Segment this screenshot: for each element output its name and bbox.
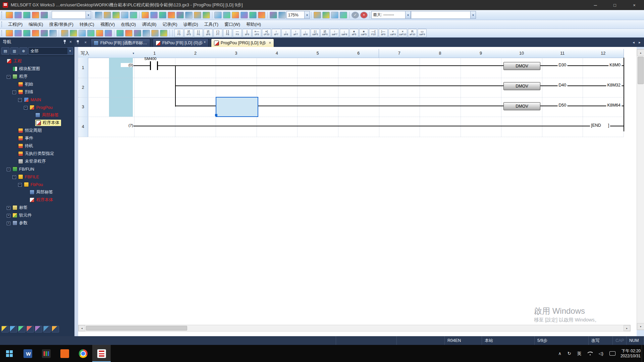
vertical-line-draw-icon[interactable]: |—aF9	[379, 29, 388, 37]
open-project-icon[interactable]	[14, 12, 22, 18]
instruction-box[interactable]: DMOV	[503, 102, 540, 110]
tree-item[interactable]: FB/FUN	[12, 165, 34, 173]
option-icon[interactable]	[160, 30, 167, 37]
tree-item[interactable]: 参数	[12, 219, 28, 227]
menu-item[interactable]: 调试(B)	[139, 20, 159, 28]
build-icon[interactable]	[322, 12, 330, 18]
monitor-mode-icon[interactable]	[23, 30, 31, 37]
tab-close-icon[interactable]: ×	[269, 41, 271, 45]
tree-item[interactable]: MAIN	[24, 96, 41, 104]
tab-scroll-right-icon[interactable]: ▸	[637, 39, 643, 45]
tree-item[interactable]: 程序	[12, 73, 28, 80]
program-check-icon[interactable]	[314, 12, 321, 18]
tree-expander-icon[interactable]: −	[12, 90, 16, 94]
delete-vertical-line-icon[interactable]: ×|cF10	[262, 29, 271, 37]
tree-item[interactable]: 恒定周期	[18, 127, 42, 134]
tab-scroll-left-icon[interactable]: ◂	[631, 39, 637, 45]
scroll-down-icon[interactable]: ▾	[637, 323, 644, 330]
monitor-write-mode-icon[interactable]	[32, 30, 39, 37]
device-comment-display-icon[interactable]	[41, 30, 48, 37]
scroll-up-icon[interactable]: ▴	[637, 49, 644, 56]
zoom-combo-dropdown-icon[interactable]: ▾	[304, 11, 310, 18]
falling-pulse-close-branch-icon[interactable]: ↓saF8	[340, 29, 349, 37]
undo-icon[interactable]	[121, 12, 128, 18]
menu-item[interactable]: 帮助(H)	[243, 20, 264, 28]
edit-mode-icon[interactable]	[116, 30, 124, 37]
tree-item[interactable]: 未登录程序	[18, 158, 46, 165]
horizontal-line-icon[interactable]: —F9	[233, 29, 242, 37]
jump-combo-dropdown-icon[interactable]: ▾	[86, 11, 91, 18]
contact-bar[interactable]	[150, 61, 151, 70]
device-combo-dropdown-icon[interactable]: ▾	[470, 11, 476, 18]
instruction-operand-destination[interactable]: K8M0	[608, 63, 622, 67]
program-scale-icon[interactable]	[105, 30, 112, 37]
tree-view-icon[interactable]: ▥	[10, 47, 18, 55]
row-number[interactable]: 3	[78, 97, 88, 117]
note-display-icon[interactable]	[61, 30, 68, 37]
rising-pulse-icon[interactable]: ↑sF7	[272, 29, 281, 37]
max-combo[interactable]: 最大: --------▾	[371, 11, 411, 19]
row-number[interactable]: 1	[78, 58, 88, 78]
convert-operation-icon[interactable]: ∗caF5	[359, 29, 368, 37]
horizontal-line-draw-icon[interactable]: —[F10	[369, 29, 378, 37]
nav-minitab-3[interactable]	[18, 326, 25, 333]
instruction-operand-destination[interactable]: K8M32	[606, 83, 622, 87]
instruction-operand-source[interactable]: D40	[557, 83, 567, 87]
display-setting-icon[interactable]	[151, 30, 159, 37]
menu-item[interactable]: 诊断(D)	[180, 20, 201, 28]
coil-icon[interactable]: ( )F7	[213, 29, 222, 37]
tree-expander-icon[interactable]: −	[24, 106, 28, 110]
start-button[interactable]	[0, 345, 18, 362]
ladder-write-mode-icon[interactable]	[14, 30, 22, 37]
ladder-read-mode-icon[interactable]	[6, 30, 13, 37]
print-icon[interactable]	[32, 12, 39, 18]
simulation-icon[interactable]	[258, 12, 265, 18]
tree-item[interactable]: 待机	[18, 142, 33, 150]
note-icon[interactable]	[159, 12, 166, 18]
tree-item[interactable]: 无执行类型指定	[18, 150, 54, 158]
gear-icon[interactable]: ⊕	[19, 47, 28, 55]
tree-item[interactable]: 工程	[7, 57, 22, 65]
max-combo-dropdown-icon[interactable]: ▾	[405, 11, 411, 18]
pin-icon[interactable]	[76, 40, 79, 44]
instruction-operand-source[interactable]: D50	[557, 103, 567, 108]
device-comment-icon[interactable]	[142, 12, 149, 18]
falling-pulse-close-icon[interactable]: |/|saF6	[320, 29, 329, 37]
menu-item[interactable]: 工程(P)	[5, 20, 25, 28]
zoom-combo[interactable]: 175%▾	[286, 11, 310, 19]
closed-branch-icon[interactable]: |/|sF6	[204, 29, 213, 37]
tree-expander-icon[interactable]: +	[7, 222, 10, 225]
tree-expander-icon[interactable]: −	[18, 98, 22, 102]
delete-line-2-icon[interactable]: ×caF10	[398, 29, 407, 37]
cut-icon[interactable]	[95, 12, 102, 18]
remote-operation-icon[interactable]	[249, 12, 257, 18]
tray-chevron-up-icon[interactable]: ∧	[558, 351, 561, 356]
tree-item[interactable]: 程序本体	[30, 196, 53, 204]
closed-contact-icon[interactable]: |/|sF5	[184, 29, 193, 37]
jump-combo[interactable]: ▾	[52, 11, 91, 19]
menu-item[interactable]: 窗口(W)	[221, 20, 243, 28]
statement-icon[interactable]	[150, 12, 158, 18]
vertical-scrollbar[interactable]: ▴▾	[637, 49, 644, 330]
start-monitor-icon[interactable]	[214, 12, 222, 18]
rising-pulse-branch-icon[interactable]: ↑aF7	[291, 29, 300, 37]
menu-item[interactable]: 转换(C)	[76, 20, 97, 28]
nav-minitab-6[interactable]	[43, 326, 51, 333]
read-from-plc-icon[interactable]	[194, 12, 201, 18]
tree-item[interactable]: 程序本体	[35, 119, 61, 127]
tree-item[interactable]: 软元件	[12, 212, 32, 219]
pin-icon[interactable]	[63, 40, 66, 44]
falling-pulse-icon[interactable]: ↓sF8	[281, 29, 290, 37]
print-preview-icon[interactable]	[41, 12, 48, 18]
open-contact-icon[interactable]: | |F5	[174, 29, 183, 37]
volume-icon[interactable]: ◁)	[599, 351, 603, 356]
tree-collapse-icon[interactable]: ▤	[1, 47, 9, 55]
tree-expander-icon[interactable]: −	[12, 175, 16, 179]
stop-monitor-icon[interactable]	[223, 12, 230, 18]
open-branch-icon[interactable]: | |F6	[194, 29, 203, 37]
inline-st-box-icon[interactable]: ▭saF9	[418, 29, 427, 37]
scroll-right-icon[interactable]: ▸	[624, 325, 630, 331]
zoom-in-icon[interactable]	[270, 12, 277, 18]
nav-minitab-4[interactable]	[26, 326, 34, 333]
menu-item[interactable]: 搜索/替换(F)	[46, 20, 76, 28]
